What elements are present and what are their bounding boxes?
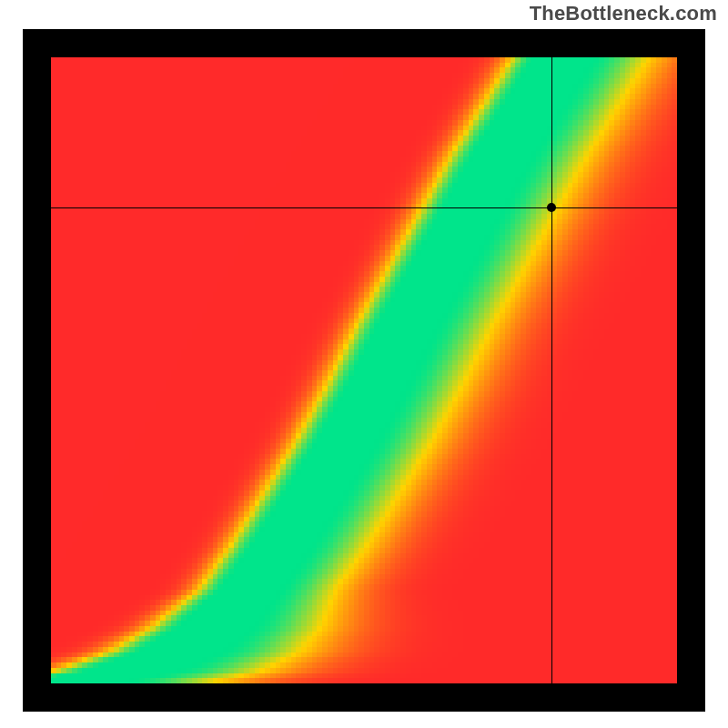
attribution-label: TheBottleneck.com <box>530 2 717 25</box>
crosshair-horizontal <box>51 207 677 208</box>
crosshair-vertical <box>551 57 552 683</box>
heatmap-plot-area <box>51 57 677 683</box>
chart-frame <box>23 29 705 712</box>
heatmap-canvas <box>51 57 677 683</box>
page-root: TheBottleneck.com <box>0 0 728 728</box>
